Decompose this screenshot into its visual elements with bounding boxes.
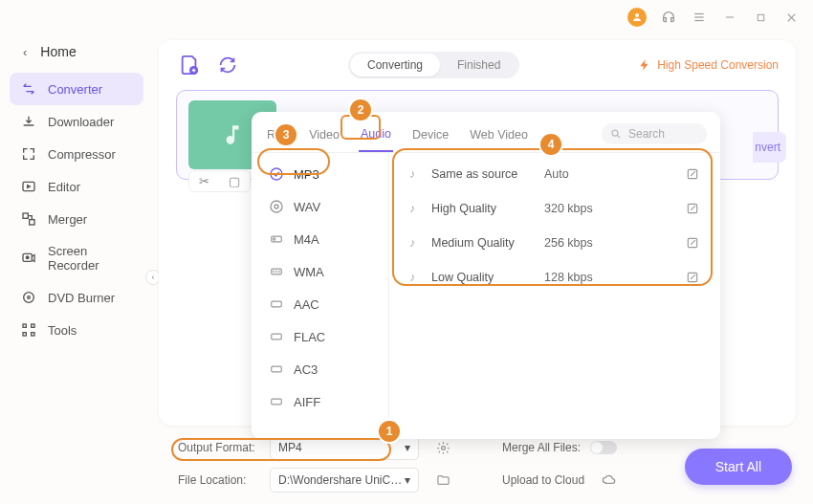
add-file-icon[interactable] bbox=[176, 54, 203, 77]
check-circle-icon bbox=[269, 166, 284, 182]
sidebar-item-compressor[interactable]: Compressor bbox=[10, 138, 143, 170]
callout-2: 2 bbox=[350, 99, 371, 121]
bolt-icon bbox=[638, 58, 651, 72]
output-format-value: MP4 bbox=[278, 441, 302, 454]
cloud-icon[interactable] bbox=[602, 472, 617, 488]
popup-tab-video[interactable]: Video bbox=[307, 122, 341, 151]
convert-button[interactable]: nvert bbox=[753, 132, 786, 163]
music-icon: ♪ bbox=[405, 201, 420, 216]
sidebar-item-tools[interactable]: Tools bbox=[10, 314, 143, 346]
svg-point-24 bbox=[275, 205, 278, 208]
quality-low[interactable]: ♪Low Quality128 kbps bbox=[389, 260, 720, 295]
edit-preset-icon[interactable] bbox=[686, 167, 699, 181]
minimize-icon[interactable] bbox=[721, 9, 738, 26]
audio-format-icon bbox=[269, 329, 284, 344]
sidebar-item-downloader[interactable]: Downloader bbox=[10, 105, 143, 138]
popup-tab-device[interactable]: Device bbox=[410, 122, 450, 151]
close-icon[interactable] bbox=[782, 9, 800, 26]
quality-name: High Quality bbox=[431, 202, 544, 215]
audio-format-icon bbox=[269, 394, 284, 409]
music-icon: ♪ bbox=[405, 235, 420, 251]
quality-name: Same as source bbox=[431, 167, 544, 181]
user-avatar[interactable] bbox=[627, 8, 647, 27]
quality-list: ♪Same as sourceAuto ♪High Quality320 kbp… bbox=[389, 153, 720, 439]
music-icon: ♪ bbox=[405, 166, 420, 182]
music-icon: ♪ bbox=[405, 270, 420, 285]
sidebar-item-editor[interactable]: Editor bbox=[10, 170, 143, 203]
svg-point-14 bbox=[28, 296, 31, 299]
format-ac3[interactable]: AC3 bbox=[259, 354, 381, 384]
editor-icon bbox=[21, 179, 36, 194]
quality-rate: 128 kbps bbox=[544, 271, 686, 284]
format-label: AIFF bbox=[294, 395, 320, 409]
quality-name: Low Quality bbox=[431, 271, 544, 284]
popup-tab-webvideo[interactable]: Web Video bbox=[468, 122, 530, 151]
file-location-select[interactable]: D:\Wondershare UniConverter 1 ▾ bbox=[270, 468, 419, 493]
merge-toggle[interactable] bbox=[590, 441, 617, 454]
home-label: Home bbox=[40, 44, 76, 59]
quality-rate: 320 kbps bbox=[544, 202, 686, 215]
popup-search-input[interactable]: Search bbox=[602, 123, 707, 144]
popup-tabs: Rec Video Audio Device Web Video Search bbox=[252, 112, 720, 153]
format-mp3[interactable]: MP3 bbox=[259, 159, 381, 189]
sidebar: ‹ Home Converter Downloader Compressor E… bbox=[0, 31, 153, 504]
svg-point-26 bbox=[274, 238, 275, 240]
format-m4a[interactable]: M4A bbox=[259, 224, 381, 254]
svg-rect-9 bbox=[23, 213, 28, 218]
converter-icon bbox=[21, 81, 36, 97]
format-aiff[interactable]: AIFF bbox=[259, 386, 381, 417]
scissors-icon[interactable]: ✂ bbox=[199, 174, 209, 188]
quality-high[interactable]: ♪High Quality320 kbps bbox=[389, 191, 720, 226]
high-speed-link[interactable]: High Speed Conversion bbox=[638, 58, 779, 72]
svg-rect-17 bbox=[23, 333, 26, 336]
edit-preset-icon[interactable] bbox=[686, 202, 699, 215]
maximize-icon[interactable] bbox=[752, 9, 769, 26]
recorder-icon bbox=[21, 251, 36, 266]
sidebar-item-screen-recorder[interactable]: Screen Recorder bbox=[10, 235, 143, 281]
callout-3: 3 bbox=[275, 124, 297, 145]
sidebar-label: Merger bbox=[48, 212, 87, 227]
format-wma[interactable]: WMA bbox=[259, 256, 381, 287]
edit-preset-icon[interactable] bbox=[686, 236, 699, 250]
svg-point-13 bbox=[24, 293, 34, 303]
start-all-button[interactable]: Start All bbox=[685, 449, 792, 485]
sidebar-label: Converter bbox=[48, 82, 102, 97]
sidebar-item-merger[interactable]: Merger bbox=[10, 203, 143, 235]
home-link[interactable]: ‹ Home bbox=[0, 36, 153, 73]
svg-point-0 bbox=[635, 13, 639, 17]
svg-rect-31 bbox=[272, 399, 282, 405]
gear-icon[interactable] bbox=[436, 441, 450, 455]
format-aac[interactable]: AAC bbox=[259, 289, 381, 319]
search-placeholder: Search bbox=[628, 127, 665, 141]
menu-icon[interactable] bbox=[691, 9, 708, 26]
chevron-down-icon: ▾ bbox=[405, 441, 410, 454]
format-list: MP3 WAV M4A WMA AAC FLAC AC3 AIFF bbox=[252, 153, 389, 439]
crop-icon[interactable]: ▢ bbox=[229, 174, 240, 188]
format-flac[interactable]: FLAC bbox=[259, 321, 381, 352]
svg-point-20 bbox=[442, 446, 446, 449]
tab-converting[interactable]: Converting bbox=[350, 54, 440, 77]
folder-icon[interactable] bbox=[436, 473, 450, 488]
tab-finished[interactable]: Finished bbox=[440, 54, 517, 77]
sidebar-item-converter[interactable]: Converter bbox=[10, 73, 143, 105]
merger-icon bbox=[21, 211, 36, 227]
format-popup: Rec Video Audio Device Web Video Search … bbox=[252, 112, 720, 439]
topbar: Converting Finished High Speed Conversio… bbox=[159, 40, 796, 90]
headset-icon[interactable] bbox=[660, 9, 677, 26]
popup-tab-audio[interactable]: Audio bbox=[359, 121, 393, 152]
edit-preset-icon[interactable] bbox=[686, 271, 699, 284]
sidebar-label: Screen Recorder bbox=[48, 244, 132, 273]
high-speed-label: High Speed Conversion bbox=[657, 58, 779, 72]
refresh-add-icon[interactable] bbox=[214, 54, 241, 77]
svg-rect-16 bbox=[32, 324, 34, 327]
format-wav[interactable]: WAV bbox=[259, 191, 381, 222]
format-label: AC3 bbox=[294, 362, 318, 377]
sidebar-item-dvd-burner[interactable]: DVD Burner bbox=[10, 281, 143, 314]
quality-same-as-source[interactable]: ♪Same as sourceAuto bbox=[389, 157, 720, 191]
callout-1: 1 bbox=[379, 421, 400, 442]
format-label: MP3 bbox=[294, 167, 319, 182]
quality-medium[interactable]: ♪Medium Quality256 kbps bbox=[389, 226, 720, 260]
svg-rect-30 bbox=[272, 366, 282, 372]
format-label: WMA bbox=[294, 265, 324, 279]
svg-rect-5 bbox=[758, 14, 763, 20]
